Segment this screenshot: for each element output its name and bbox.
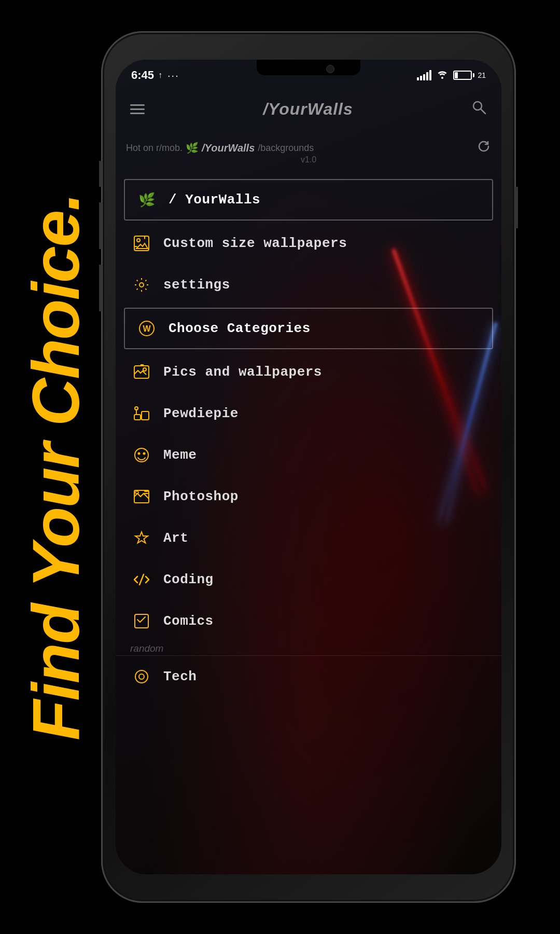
signal-bar-4 <box>426 72 428 80</box>
svg-point-8 <box>143 368 146 371</box>
drawer-menu: 🌿 / YourWalls Cus <box>116 174 501 874</box>
menu-label-settings: settings <box>163 277 230 293</box>
notch <box>257 60 360 75</box>
phone-screen: 6:45 ↑ ··· <box>116 60 501 874</box>
svg-point-14 <box>138 453 140 455</box>
menu-list: 🌿 / YourWalls Cus <box>116 174 501 703</box>
svg-line-20 <box>139 574 144 585</box>
signal-bar-5 <box>429 70 431 80</box>
svg-point-23 <box>135 670 148 683</box>
menu-item-comics[interactable]: Comics <box>116 600 501 642</box>
svg-line-1 <box>481 109 485 114</box>
menu-label-meme: Meme <box>163 447 197 463</box>
photoshop-icon <box>130 485 153 508</box>
leaf-icon: 🌿 <box>186 142 199 154</box>
menu-item-pewdiepie[interactable]: Pewdiepie <box>116 393 501 434</box>
menu-item-meme[interactable]: Meme <box>116 434 501 476</box>
menu-label-photoshop: Photoshop <box>163 489 239 504</box>
menu-label-choose-categories: Choose Categories <box>169 321 311 336</box>
svg-point-12 <box>135 407 138 410</box>
menu-item-pics-wallpapers[interactable]: Pics and wallpapers <box>116 351 501 393</box>
app-header: /YourWalls <box>116 91 501 127</box>
menu-item-choose-categories[interactable]: W Choose Categories <box>124 308 493 349</box>
app-title: /YourWalls <box>263 100 353 119</box>
signal-bar-2 <box>420 76 422 80</box>
settings-icon <box>130 273 153 296</box>
subtitle-bar: Hot on r/mob. 🌿 /YourWalls /backgrounds … <box>116 127 501 169</box>
battery-fill <box>455 72 458 78</box>
refresh-button[interactable] <box>477 139 491 157</box>
menu-label-yourwalls: / YourWalls <box>169 192 260 208</box>
hamburger-button[interactable] <box>130 104 145 114</box>
notification-icon: ↑ <box>158 71 162 80</box>
phone-wrapper: 6:45 ↑ ··· <box>101 31 516 903</box>
notification-dots: ··· <box>167 70 179 81</box>
menu-label-custom-size: Custom size wallpapers <box>163 236 347 251</box>
wifi-icon <box>437 70 448 81</box>
battery-indicator: 21 <box>453 71 486 80</box>
menu-label-pewdiepie: Pewdiepie <box>163 406 239 421</box>
art-icon <box>130 527 153 550</box>
version-text: v1.0 <box>301 155 316 164</box>
svg-rect-17 <box>135 491 138 493</box>
pics-icon <box>130 361 153 383</box>
random-label: random <box>130 643 163 654</box>
svg-point-15 <box>144 453 145 455</box>
tagline: Find Your Choice. <box>0 93 111 841</box>
svg-point-2 <box>137 239 140 242</box>
tagline-text: Find Your Choice. <box>23 194 89 740</box>
menu-item-settings[interactable]: settings <box>116 264 501 306</box>
menu-item-coding[interactable]: Coding <box>116 559 501 600</box>
svg-text:W: W <box>143 324 151 333</box>
yourwalls-icon: 🌿 <box>135 188 158 211</box>
search-button[interactable] <box>471 100 487 119</box>
pewdiepie-icon <box>130 402 153 425</box>
signal-bar-3 <box>423 74 425 80</box>
menu-label-art: Art <box>163 530 188 546</box>
camera-dot <box>326 65 334 73</box>
coding-icon <box>130 568 153 591</box>
svg-rect-10 <box>134 415 141 420</box>
random-label-container: random <box>116 642 501 655</box>
menu-label-tech: Tech <box>163 669 197 684</box>
menu-label-comics: Comics <box>163 613 214 629</box>
custom-size-icon <box>130 232 153 255</box>
menu-label-coding: Coding <box>163 572 214 587</box>
battery-text: 21 <box>478 71 486 79</box>
power-button <box>515 187 518 228</box>
status-time: 6:45 ↑ <box>131 68 162 82</box>
battery-tip <box>473 73 474 77</box>
meme-icon <box>130 444 153 466</box>
menu-item-custom-size[interactable]: Custom size wallpapers <box>116 223 501 264</box>
svg-point-22 <box>139 674 144 679</box>
hot-text: Hot on r/mob. <box>126 143 183 154</box>
menu-item-photoshop[interactable]: Photoshop <box>116 476 501 517</box>
subtitle-left: Hot on r/mob. 🌿 /YourWalls /backgrounds <box>126 142 314 154</box>
hamburger-line-1 <box>130 104 145 106</box>
wizard-icon: W <box>135 317 158 340</box>
brand-name: /YourWalls <box>202 142 255 154</box>
status-right-icons: 21 <box>417 70 486 81</box>
comics-icon <box>130 610 153 633</box>
signal-bar-1 <box>417 77 419 80</box>
svg-rect-11 <box>142 411 149 420</box>
subreddit-text: /backgrounds <box>258 143 314 154</box>
battery-box <box>453 71 472 80</box>
hamburger-line-2 <box>130 108 145 110</box>
hamburger-line-3 <box>130 113 145 114</box>
menu-item-yourwalls[interactable]: 🌿 / YourWalls <box>124 179 493 221</box>
signal-bars <box>417 70 431 80</box>
phone-bezel: 6:45 ↑ ··· <box>101 31 516 903</box>
menu-label-pics: Pics and wallpapers <box>163 364 322 380</box>
menu-item-tech[interactable]: Tech <box>116 655 501 697</box>
menu-item-art[interactable]: Art <box>116 517 501 559</box>
svg-point-4 <box>139 283 144 287</box>
tech-icon <box>130 665 153 688</box>
